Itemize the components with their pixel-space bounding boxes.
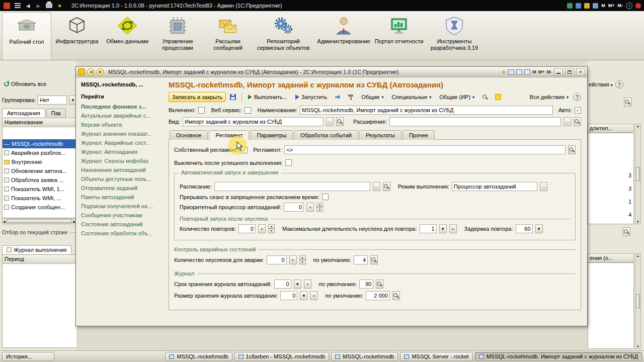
scroll-down-icon[interactable]: ▼: [636, 345, 639, 348]
list-item[interactable]: Внутренние: [3, 157, 76, 166]
back-icon[interactable]: ◀: [24, 2, 32, 10]
taskbar-item[interactable]: MSSQL-rocket\msdb: [165, 352, 232, 361]
column-header-fragment[interactable]: длител...: [588, 124, 634, 133]
web-service-checkbox[interactable]: [245, 107, 251, 114]
priority-clear-button[interactable]: ×: [306, 203, 314, 212]
toolbar-item-desktop[interactable]: Рабочий стол: [2, 12, 51, 60]
retry-spinner[interactable]: ▲ ▼: [268, 224, 275, 233]
star-icon[interactable]: ★: [56, 2, 63, 10]
list-item[interactable]: Обновление автона...: [3, 166, 76, 175]
nav-link[interactable]: Журнал: Автозадания: [81, 149, 163, 155]
memory-mplus-button[interactable]: M+: [608, 3, 615, 8]
memory-mminus-button[interactable]: M-: [547, 69, 552, 74]
horizontal-scrollbar[interactable]: ◀ ▶: [2, 218, 76, 224]
nav-link[interactable]: Журнал значения показат...: [81, 131, 163, 137]
nav-back-button[interactable]: ◀: [87, 68, 95, 76]
tab-autotasks[interactable]: Автозадания: [2, 109, 45, 117]
memory-m-button[interactable]: M: [532, 69, 536, 74]
maximize-button[interactable]: [565, 68, 574, 76]
panel-icon[interactable]: [508, 69, 514, 75]
retry-clear-button[interactable]: ×: [258, 224, 266, 233]
retry-delay-dropdown[interactable]: ▼: [535, 224, 543, 233]
all-actions-fragment[interactable]: ействия ▾: [589, 81, 613, 87]
toolbar-item-developer-tools[interactable]: Инструменты разработчика 3.19: [425, 12, 484, 60]
spin-down-icon[interactable]: ▼: [268, 229, 275, 233]
tab-results[interactable]: Результаты: [359, 130, 401, 140]
toolbar-item-data-exchange[interactable]: Обмен данными: [103, 12, 152, 60]
spin-up-icon[interactable]: ▲: [299, 255, 306, 260]
toolbar-item-administration[interactable]: Администрирование: [314, 12, 373, 60]
schedule-ellipsis-button[interactable]: ...: [373, 182, 380, 191]
tab-other[interactable]: Прочее: [403, 130, 435, 140]
send-button[interactable]: [332, 92, 344, 102]
search-button[interactable]: [623, 227, 630, 236]
reglament-input[interactable]: <>: [284, 145, 566, 154]
nav-link[interactable]: Версии объекта: [81, 122, 163, 128]
scroll-left-icon[interactable]: ◀: [3, 220, 6, 223]
nav-forward-button[interactable]: ▶: [97, 68, 104, 76]
taskbar-item[interactable]: 1c8arben - MSSQL-rocket\msdb: [234, 352, 330, 361]
nav-link[interactable]: Отправители заданий: [81, 185, 163, 191]
spin-down-icon[interactable]: ▼: [316, 207, 323, 212]
list-item-selected[interactable]: — MSSQL-rocket\msdb: [3, 139, 76, 148]
help-button[interactable]: ?: [615, 80, 623, 88]
memory-m-button[interactable]: M: [601, 3, 605, 8]
tab-parameters[interactable]: Параметры: [250, 130, 293, 140]
save-button[interactable]: [227, 92, 239, 102]
search-button[interactable]: [479, 92, 491, 102]
store-size-default-search-button[interactable]: [392, 291, 400, 300]
column-header-fragment[interactable]: ения (о...: [588, 253, 634, 262]
special-menu-button[interactable]: Специальные ▾: [388, 92, 435, 102]
toolbar-item-infrastructure[interactable]: Инфраструктура: [52, 12, 102, 60]
memory-mminus-button[interactable]: M-: [618, 3, 623, 8]
schedule-input[interactable]: [214, 182, 370, 191]
nav-link[interactable]: Актуальные аварийные с...: [81, 113, 163, 119]
menu-icon[interactable]: [14, 2, 21, 10]
store-term-clear-button[interactable]: ×: [304, 280, 311, 289]
reglament-search-button[interactable]: [568, 145, 576, 154]
taskbar-item[interactable]: MSSQL Server - rocket: [400, 352, 472, 361]
toolbar-item-reporting-portal[interactable]: Портал отчетности: [374, 12, 424, 60]
calendar-icon[interactable]: [567, 3, 573, 9]
list-item[interactable]: Обработка заявок ...: [3, 175, 76, 185]
start-button[interactable]: Запустить: [292, 92, 331, 102]
extension-ellipsis-button[interactable]: ...: [564, 117, 571, 126]
history-button[interactable]: История...: [2, 352, 54, 361]
nav-link[interactable]: Назначения автозаданий: [81, 167, 163, 173]
priority-processor-input[interactable]: 0: [284, 203, 304, 212]
scroll-up-icon[interactable]: ▲: [636, 125, 639, 128]
refresh-all-button[interactable]: Обновить все: [1, 79, 49, 88]
calculator-icon[interactable]: [576, 3, 581, 9]
priority-spinner[interactable]: ▲ ▼: [316, 203, 323, 212]
extension-input[interactable]: [389, 117, 561, 126]
retry-delay-input[interactable]: 60: [516, 224, 533, 233]
help-button[interactable]: ?: [573, 93, 581, 101]
tab-event-handling[interactable]: Обработка событий: [294, 130, 358, 140]
search-button[interactable]: [624, 98, 631, 107]
vertical-scrollbar[interactable]: ▲ ▼: [635, 253, 641, 349]
table-icon[interactable]: [593, 3, 598, 9]
store-term-dropdown[interactable]: ▼: [294, 280, 301, 289]
tab-execution-journal[interactable]: Журнал выполнения: [2, 245, 71, 254]
nav-link[interactable]: Подписки получателей на ...: [81, 203, 163, 209]
info-icon[interactable]: i: [626, 3, 632, 9]
all-actions-button[interactable]: Все действия ▾: [526, 92, 572, 102]
save-close-button[interactable]: Записать и закрыть: [169, 92, 226, 102]
retry-count-input[interactable]: 0: [238, 224, 256, 233]
period-column-header[interactable]: Период: [3, 255, 76, 264]
tab-main[interactable]: Основное: [170, 130, 208, 140]
mode-ellipsis-button[interactable]: ...: [540, 182, 547, 191]
kind-ellipsis-button[interactable]: ...: [326, 117, 334, 126]
common-menu-button[interactable]: Общие ▾: [358, 92, 387, 102]
mode-input[interactable]: Процессор автозаданий: [452, 182, 537, 191]
list-column-header[interactable]: Наименование: [3, 118, 76, 127]
spin-up-icon[interactable]: ▲: [268, 224, 275, 229]
vertical-scrollbar[interactable]: ▲ ▼: [635, 124, 641, 224]
memory-mplus-button[interactable]: M+: [538, 69, 545, 74]
failure-spinner[interactable]: ▲ ▼: [299, 255, 306, 264]
tools-button[interactable]: [345, 92, 357, 102]
panel-icon[interactable]: [516, 69, 522, 75]
notes-icon[interactable]: [584, 3, 590, 9]
nav-link[interactable]: Журнал: Сеансы инфобаз: [81, 158, 163, 164]
print-icon[interactable]: [45, 2, 53, 10]
